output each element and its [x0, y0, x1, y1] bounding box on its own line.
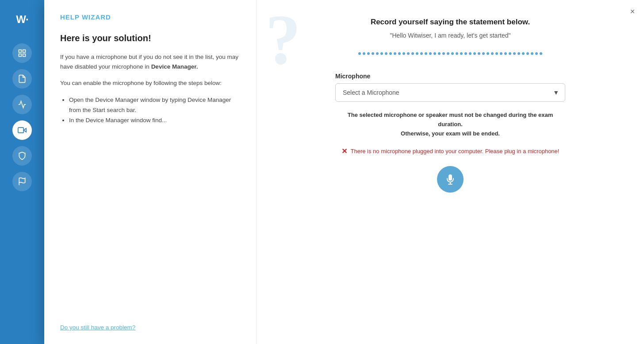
error-message: ✕ There is no microphone plugged into yo… [341, 147, 560, 155]
dot-24 [464, 52, 467, 55]
dot-26 [473, 52, 476, 55]
dot-34 [509, 52, 511, 55]
right-panel: ? Record yourself saying the statement b… [257, 0, 644, 344]
dot-39 [531, 52, 533, 55]
warning-text: The selected microphone or speaker must … [335, 111, 565, 138]
close-button[interactable]: × [627, 6, 638, 17]
question-mark-watermark: ? [265, 4, 301, 75]
dot-29 [487, 52, 489, 55]
svg-marker-4 [23, 128, 26, 132]
microphone-select[interactable]: Select a Microphone [335, 83, 565, 102]
dot-16 [429, 52, 432, 55]
dot-35 [513, 52, 516, 55]
dot-32 [500, 52, 502, 55]
right-content: Record yourself saying the statement bel… [335, 18, 565, 193]
solution-list: Open the Device Manager window by typing… [60, 95, 243, 126]
dot-6 [385, 52, 387, 55]
svg-rect-0 [19, 50, 22, 53]
sidebar: W· [0, 0, 44, 344]
dot-11 [407, 52, 410, 55]
dot-17 [433, 52, 436, 55]
dot-8 [394, 52, 396, 55]
help-wizard-title: HELP WIZARD [60, 13, 243, 21]
dot-20 [447, 52, 449, 55]
sidebar-item-flag[interactable] [12, 172, 32, 191]
dot-23 [460, 52, 463, 55]
dot-37 [522, 52, 525, 55]
scroll-fade [44, 291, 256, 317]
dot-4 [376, 52, 379, 55]
mic-select-wrapper: Select a Microphone ▼ [335, 83, 565, 102]
sidebar-item-shield[interactable] [12, 146, 32, 166]
svg-rect-5 [18, 128, 24, 133]
dot-14 [420, 52, 423, 55]
mic-record-button[interactable] [437, 166, 464, 193]
dot-33 [504, 52, 507, 55]
sidebar-logo: W· [16, 13, 28, 26]
bold-device-manager: Device Manager. [151, 63, 198, 70]
dot-19 [442, 52, 445, 55]
modal: × HELP WIZARD Here is your solution! If … [44, 0, 644, 344]
dot-5 [380, 52, 383, 55]
error-text-content: There is no microphone plugged into your… [351, 148, 560, 155]
dot-15 [425, 52, 427, 55]
dot-7 [389, 52, 392, 55]
dot-41 [540, 52, 542, 55]
dot-28 [482, 52, 485, 55]
sidebar-item-activity[interactable] [12, 95, 32, 114]
dot-13 [416, 52, 418, 55]
list-item-2: In the Device Manager window find... [69, 116, 243, 126]
modal-overlay: × HELP WIZARD Here is your solution! If … [44, 0, 644, 344]
dot-3 [372, 52, 374, 55]
record-quote: "Hello Witwiser, I am ready, let's get s… [390, 32, 511, 39]
svg-rect-3 [23, 54, 26, 57]
svg-rect-1 [23, 50, 26, 53]
dot-2 [367, 52, 370, 55]
dot-1 [363, 52, 365, 55]
solution-heading: Here is your solution! [60, 33, 243, 43]
dot-18 [438, 52, 441, 55]
sidebar-item-home[interactable] [12, 43, 32, 63]
solution-paragraph-1: If you have a microphone but if you do n… [60, 52, 243, 71]
dot-0 [358, 52, 361, 55]
dot-40 [535, 52, 538, 55]
warning-line2: Otherwise, your exam will be ended. [401, 130, 500, 137]
sidebar-item-video[interactable] [12, 120, 32, 140]
dot-36 [518, 52, 520, 55]
dot-31 [495, 52, 498, 55]
dot-22 [456, 52, 458, 55]
dot-10 [402, 52, 405, 55]
dot-38 [526, 52, 529, 55]
dot-9 [398, 52, 401, 55]
dot-27 [478, 52, 480, 55]
sidebar-item-document[interactable] [12, 69, 32, 89]
microphone-label: Microphone [335, 73, 370, 80]
warning-line1: The selected microphone or speaker must … [348, 112, 553, 128]
list-item-1: Open the Device Manager window by typing… [69, 95, 243, 116]
svg-rect-2 [19, 54, 22, 57]
microphone-icon [445, 174, 456, 185]
record-instruction: Record yourself saying the statement bel… [371, 18, 530, 27]
dot-30 [491, 52, 494, 55]
left-panel: HELP WIZARD Here is your solution! If yo… [44, 0, 257, 344]
dots-bar [335, 52, 565, 55]
dot-21 [451, 52, 454, 55]
solution-paragraph-2: You can enable the microphone by followi… [60, 78, 243, 88]
dot-12 [411, 52, 414, 55]
error-x-icon: ✕ [341, 147, 347, 155]
still-problem-link[interactable]: Do you still have a problem? [60, 324, 243, 331]
dot-25 [469, 52, 472, 55]
